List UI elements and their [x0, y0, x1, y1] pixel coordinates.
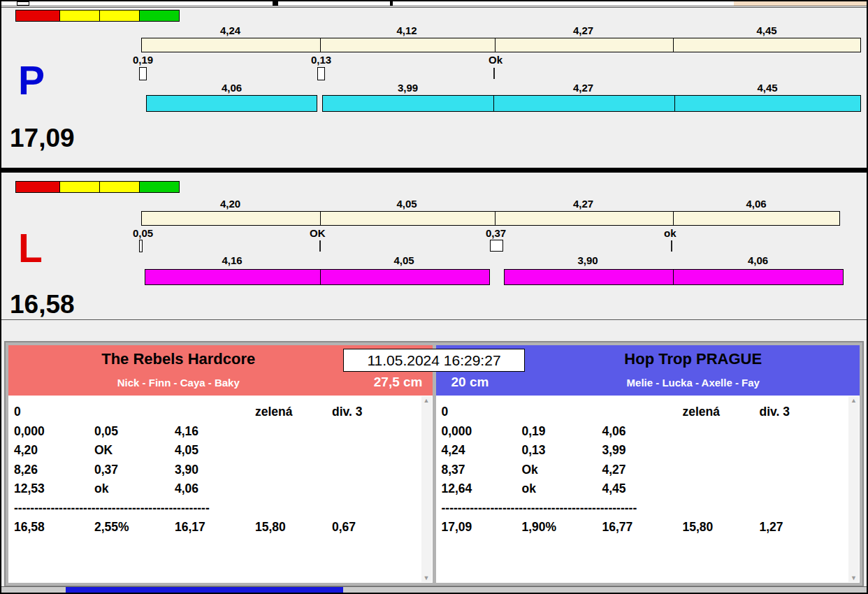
table-cell	[522, 403, 602, 422]
split-row: 0,000 0,19 4,06	[436, 422, 860, 442]
table-cell: 4,05	[175, 441, 255, 461]
table-cell	[602, 403, 683, 422]
table-cell	[332, 422, 433, 442]
table-cell: 0,13	[522, 441, 602, 461]
scrollbar[interactable]: ▲ ▼	[421, 396, 432, 582]
results-section: 11.05.2024 16:29:27 The Rebels Hardcore …	[4, 341, 864, 587]
titlebar	[1, 1, 867, 6]
table-cell: 1,27	[760, 518, 860, 537]
row-divider: ----------------------------------------…	[436, 499, 860, 519]
split-row: 4,24 0,13 3,99	[436, 441, 860, 461]
split-time-label: 3,90	[503, 254, 672, 266]
scrollbar-down-icon[interactable]: ▼	[851, 574, 857, 582]
status-light-yellow-icon	[99, 10, 140, 22]
table-cell: 4,20	[14, 441, 94, 461]
split-row: 0,000 0,05 4,16	[8, 422, 433, 442]
table-cell: 4,16	[175, 422, 255, 442]
table-cell: 0,19	[522, 422, 602, 442]
bar-divider	[493, 96, 494, 111]
split-row: 8,37 Ok 4,27	[436, 461, 860, 480]
fault-label: 0,13	[311, 54, 331, 66]
fault-label: Ok	[489, 54, 502, 66]
split-time-label: 4,45	[672, 24, 861, 36]
team-name: The Rebels Hardcore	[8, 350, 349, 368]
fault-label: 0,19	[133, 54, 153, 66]
table-cell: ok	[94, 479, 175, 499]
bar-divider	[495, 38, 496, 52]
app-window: 4,24 4,12 4,27 4,45 0,19 0,13 Ok 4,06 3,…	[0, 0, 868, 594]
table-cell	[683, 441, 760, 461]
row-divider: ----------------------------------------…	[8, 499, 433, 519]
lane-separator	[1, 168, 867, 173]
fault-marker-tick	[671, 240, 672, 252]
table-cell: 0,67	[332, 518, 433, 537]
split-row: 8,26 0,37 3,90	[8, 461, 433, 480]
bar-divider	[320, 270, 321, 284]
table-cell	[760, 441, 860, 461]
split-row: 12,64 ok 4,45	[436, 479, 860, 499]
lane-letter: P	[18, 61, 45, 101]
status-light-red-icon	[15, 10, 60, 22]
table-cell	[760, 422, 860, 442]
fault-marker-box	[490, 240, 503, 252]
scrollbar-up-icon[interactable]: ▲	[424, 396, 430, 405]
titlebar-fragment	[734, 1, 867, 6]
table-cell	[683, 422, 760, 442]
table-cell: zelená	[683, 403, 760, 422]
table-cell: 8,37	[442, 461, 522, 480]
split-time-label: 4,06	[672, 198, 840, 210]
team-members: Nick - Finn - Caya - Baky	[8, 377, 349, 389]
team-results-left: 0 zelená div. 3 0,000 0,05 4,16 4,20 OK …	[8, 396, 433, 583]
bar-divider	[673, 38, 674, 52]
split-time-label: 4,27	[493, 82, 674, 94]
taskbar-item[interactable]	[66, 587, 343, 593]
bar-divider	[673, 270, 674, 284]
table-cell: 4,45	[602, 479, 683, 499]
datetime-display: 11.05.2024 16:29:27	[343, 349, 525, 372]
scrollbar-down-icon[interactable]: ▼	[424, 574, 430, 582]
lane-p-opponent-split-bar	[141, 38, 861, 52]
info-row: 0 zelená div. 3	[8, 403, 433, 422]
table-cell: 12,64	[442, 479, 522, 499]
table-cell	[332, 479, 433, 499]
status-lights	[15, 181, 180, 193]
table-cell: Ok	[522, 461, 602, 480]
bar-divider	[674, 96, 675, 111]
table-cell	[255, 441, 332, 461]
lane-l-panel: 4,20 4,05 4,27 4,06 0,05 OK 0,37 ok 4,16…	[1, 173, 867, 320]
titlebar-mark-icon	[273, 1, 278, 6]
bar-gap	[317, 95, 323, 112]
bar-divider	[673, 212, 674, 225]
table-cell: 0,000	[14, 422, 94, 442]
taskbar	[1, 586, 867, 593]
fault-label: OK	[310, 227, 326, 239]
table-cell: 4,06	[175, 479, 255, 499]
split-time-label: 4,16	[145, 254, 319, 266]
status-light-yellow-icon	[59, 10, 100, 22]
table-cell: OK	[94, 441, 175, 461]
split-time-label: 4,20	[141, 198, 319, 210]
scrollbar-up-icon[interactable]: ▲	[851, 396, 857, 405]
table-cell: 0	[442, 403, 522, 422]
board-height: 27,5 cm	[374, 375, 423, 390]
scrollbar[interactable]: ▲ ▼	[848, 396, 859, 582]
status-lights	[15, 10, 180, 22]
table-cell: 16,58	[14, 518, 94, 537]
table-cell	[683, 461, 760, 480]
status-light-green-icon	[139, 10, 180, 22]
titlebar-mark-icon	[390, 1, 393, 6]
table-cell: 0,000	[442, 422, 522, 442]
table-cell: 1,90%	[522, 518, 602, 537]
titlebar-tab	[17, 1, 29, 6]
table-cell: 16,17	[175, 518, 255, 537]
table-cell: 0,05	[94, 422, 175, 442]
table-cell	[683, 479, 760, 499]
split-row: 4,20 OK 4,05	[8, 441, 433, 461]
fault-label: 0,37	[486, 227, 506, 239]
table-cell: ok	[522, 479, 602, 499]
team-name: Hop Trop PRAGUE	[527, 350, 860, 368]
table-cell: 3,90	[175, 461, 255, 480]
split-time-label: 4,45	[674, 82, 861, 94]
board-height: 20 cm	[451, 375, 489, 390]
team-members: Melie - Lucka - Axelle - Fay	[527, 377, 860, 389]
